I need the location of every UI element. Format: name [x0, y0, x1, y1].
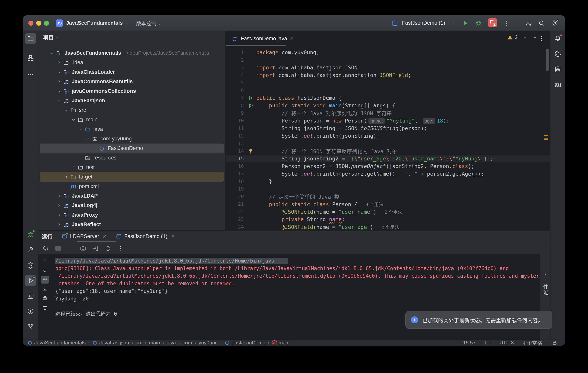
chevron-right-icon[interactable] [56, 222, 62, 227]
tree-item-test[interactable]: test [40, 163, 224, 172]
code-line-11[interactable]: 11 String jsonString = JSON.toJSONString… [226, 125, 550, 132]
version-control-tool-button[interactable] [25, 321, 36, 332]
debug-tool-button[interactable] [25, 229, 36, 240]
inspection-widget[interactable]: 2 [507, 34, 538, 40]
breadcrumb-item-javafastjson[interactable]: JavaFastjson [92, 340, 129, 346]
tree-item-javaproxy[interactable]: JavaProxy [40, 210, 224, 220]
code-line-7[interactable]: 7public class FastJsonDemo { [226, 94, 550, 102]
expand-pane-icon[interactable]: ‹ [545, 270, 546, 277]
run-config-selector[interactable]: FastJsonDemo (1) [402, 20, 445, 26]
more-options-button[interactable] [117, 245, 124, 252]
tree-item-src[interactable]: src [40, 106, 224, 115]
editor-scrollbar[interactable] [546, 49, 549, 71]
structure-tool-button[interactable] [25, 53, 36, 64]
prev-warning-icon[interactable] [522, 35, 528, 40]
code-line-18[interactable]: 18 } [226, 178, 550, 185]
breadcrumb-item-main[interactable]: main [149, 340, 160, 346]
code-line-8[interactable]: 8 public static void main(String[] args)… [226, 102, 550, 109]
close-icon[interactable]: ✕ [290, 36, 294, 42]
chevron-right-icon[interactable] [56, 212, 62, 218]
build-tool-button[interactable] [25, 245, 36, 255]
minimize-window-button[interactable] [36, 21, 41, 26]
code-line-1[interactable]: 1package com.yuy0ung; [226, 49, 550, 56]
file-encoding-widget[interactable]: UTF-8 [500, 340, 514, 346]
code-line-9[interactable]: 9 // 将一个 Java 对象序列化为 JSON 字符串 [226, 109, 550, 117]
tree-item-target[interactable]: target [40, 172, 224, 182]
more-tools-button[interactable] [25, 69, 36, 80]
notification-balloon[interactable]: i 已加载的类处于最新状态。无需重新加载任何内容。 [405, 311, 552, 329]
code-line-19[interactable]: 19 [226, 185, 550, 193]
editor-options-kebab-icon[interactable] [538, 35, 545, 43]
run-button[interactable] [462, 20, 469, 27]
code-line-22[interactable]: 22 @JSONField(name = "user_name") 2 个用法 [226, 208, 550, 215]
next-warning-icon[interactable] [532, 35, 538, 40]
breadcrumb-item-yuy0ung[interactable]: yuy0ung [199, 340, 218, 346]
screenshot-button[interactable] [79, 245, 87, 252]
code-line-3[interactable]: 3import com.alibaba.fastjson.JSON; [226, 64, 550, 71]
close-icon[interactable]: ✕ [103, 234, 107, 239]
import-thread-dump-button[interactable] [92, 245, 99, 252]
code-line-15[interactable]: 15 String jsonString2 = "{\"user_age\":2… [226, 155, 550, 162]
collapsed-pane-label[interactable]: 性能 [542, 284, 549, 296]
problems-tool-button[interactable] [25, 306, 36, 317]
cursor-position-widget[interactable]: 15:57 [463, 340, 476, 346]
code-area[interactable]: 1package com.yuy0ung;23import com.alibab… [226, 46, 550, 230]
editor-tab[interactable]: FastJsonDemo.java ✕ [226, 31, 298, 46]
tree-item-javareflect[interactable]: JavaReflect [40, 220, 224, 229]
chevron-right-icon[interactable] [56, 193, 62, 199]
run-tab-ldapserver[interactable]: LDAPServer✕ [62, 233, 107, 239]
code-line-12[interactable]: 12 System.out.println(jsonString); [226, 132, 550, 140]
chevron-right-icon[interactable] [56, 203, 62, 208]
code-line-4[interactable]: 4import com.alibaba.fastjson.annotation.… [226, 71, 550, 79]
rerun-button[interactable] [42, 245, 49, 252]
chevron-right-icon[interactable] [56, 69, 62, 75]
tree-item-pom-xml[interactable]: mpom.xml [40, 182, 224, 191]
tree-item-main[interactable]: main [40, 115, 224, 125]
tree-item-com-yuy0ung[interactable]: com.yuy0ung [40, 134, 224, 144]
more-actions-kebab-icon[interactable] [503, 20, 510, 27]
chevron-right-icon[interactable] [56, 60, 62, 65]
code-line-13[interactable]: 13 [226, 140, 550, 147]
tree-item-javasecfundamentals[interactable]: JavaSecFundamentals~/IdeaProjects/JavaSe… [40, 48, 224, 58]
code-line-14[interactable]: 14 // 将一个 JSON 字符串反序列化为 Java 对象 [226, 147, 550, 155]
code-line-2[interactable]: 2 [226, 56, 550, 64]
profiler-button[interactable] [104, 245, 112, 252]
prev-occurrence-button[interactable] [41, 257, 49, 265]
code-line-17[interactable]: 17 System.out.println(person2.getName() … [226, 170, 550, 178]
breadcrumb-item-com[interactable]: com [182, 340, 192, 346]
tree-item-idea[interactable]: .idea [40, 58, 224, 67]
chevron-down-icon[interactable] [85, 136, 91, 142]
tree-item-javalog4j[interactable]: JavaLog4j [40, 201, 224, 210]
project-panel-title[interactable]: 项目 [43, 33, 54, 41]
breadcrumb-item-fastjsondemo[interactable]: FastJsonDemo [224, 340, 265, 346]
database-button[interactable] [552, 64, 563, 75]
breadcrumb-item-java[interactable]: java [167, 340, 176, 346]
code-line-21[interactable]: 21 public static class Person { 4 个用法 [226, 200, 550, 208]
chevron-down-icon[interactable] [56, 98, 62, 104]
tree-item-javaldap[interactable]: JavaLDAP [40, 191, 224, 201]
notifications-button[interactable] [552, 33, 563, 44]
services-tool-button[interactable] [25, 260, 36, 271]
chevron-right-icon[interactable] [56, 88, 62, 94]
code-line-6[interactable]: 6 [226, 86, 550, 94]
code-line-20[interactable]: 20 // 定义一个简单的 Java 类 [226, 193, 550, 200]
chevron-right-icon[interactable] [63, 174, 69, 180]
breadcrumb-item-src[interactable]: src [136, 340, 143, 346]
stop-button[interactable] [54, 245, 62, 252]
soft-wrap-button[interactable] [41, 276, 49, 284]
print-button[interactable] [41, 294, 49, 302]
tree-item-javaclassloader[interactable]: JavaClassLoader [40, 67, 224, 77]
breadcrumb-item-javasecfundamentals[interactable]: JavaSecFundamentals [27, 340, 85, 346]
code-line-24[interactable]: 24 @JSONField(name = "user_age") 2 个用法 [226, 223, 550, 230]
zoom-window-button[interactable] [44, 21, 49, 26]
close-window-button[interactable] [28, 21, 33, 26]
vcs-menu[interactable]: 版本控制 [136, 20, 156, 27]
close-icon[interactable]: ✕ [171, 234, 175, 239]
warning-stripe-mark[interactable] [544, 139, 548, 140]
indent-style-widget[interactable]: 4 个空格 [523, 339, 542, 346]
clear-console-button[interactable] [41, 304, 49, 311]
code-line-23[interactable]: 23 private String name; [226, 215, 550, 223]
tree-item-java[interactable]: java [40, 125, 224, 134]
run-gutter-icon[interactable] [245, 95, 256, 101]
running-processes-button[interactable]: 2 [488, 18, 497, 28]
